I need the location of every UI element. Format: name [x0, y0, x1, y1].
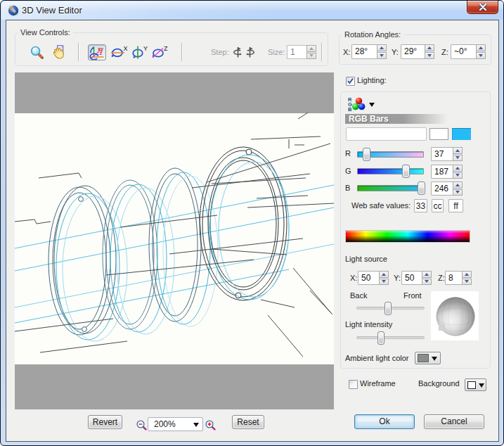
red-label: R [345, 149, 351, 158]
rotation-y-up[interactable] [425, 44, 434, 51]
revert-button[interactable]: Revert [88, 415, 122, 429]
intensity-slider-track[interactable] [356, 336, 425, 339]
light-z-up[interactable] [462, 271, 472, 278]
rotation-x-down[interactable] [377, 52, 387, 59]
red-up[interactable] [453, 147, 463, 154]
lighting-checkbox[interactable] [346, 77, 355, 86]
light-x-spinner[interactable]: 50 [358, 271, 389, 285]
color-name-field[interactable] [346, 127, 427, 141]
light-x-up[interactable] [379, 271, 389, 278]
light-y-label: Y: [394, 274, 401, 282]
previous-color-swatch[interactable] [429, 128, 448, 140]
window-title: 3D View Editor [22, 5, 82, 15]
red-slider-thumb[interactable] [363, 148, 370, 161]
rotate-y-button[interactable]: Y [131, 44, 149, 60]
rotation-y-down[interactable] [425, 52, 434, 59]
step-back-button[interactable] [230, 45, 244, 59]
green-slider-thumb[interactable] [402, 165, 410, 178]
light-z-spinner[interactable]: 8 [445, 271, 472, 285]
blue-down[interactable] [453, 189, 463, 196]
wireframe-checkbox[interactable] [349, 380, 358, 389]
rotate-y-icon: Y [131, 45, 149, 60]
step-forward-button[interactable] [243, 45, 257, 59]
light-z-label: Z: [438, 274, 445, 282]
rotation-z-spinner[interactable]: ~0° [451, 44, 486, 59]
intensity-slider-thumb[interactable] [377, 331, 385, 345]
ok-button[interactable]: Ok [354, 414, 415, 429]
svg-text:Y: Y [143, 45, 148, 52]
rotate-xyz-button[interactable]: xy z [88, 44, 106, 60]
background-color-dropdown[interactable] [465, 378, 486, 391]
size-spinner-down[interactable] [306, 53, 316, 60]
websafe-red-box[interactable]: 33 [414, 199, 427, 212]
green-spinner[interactable]: 187 [431, 165, 463, 179]
green-slider-track[interactable] [357, 168, 424, 174]
close-button[interactable] [467, 1, 498, 14]
light-x-down[interactable] [379, 279, 389, 286]
rotation-z-value[interactable]: ~0° [451, 44, 477, 59]
light-z-down[interactable] [462, 279, 472, 286]
step-rotate-left-icon [231, 46, 244, 59]
size-spinner-value[interactable]: 1 [287, 45, 307, 59]
light-y-up[interactable] [422, 271, 432, 278]
pan-tool-button[interactable] [50, 44, 67, 60]
rgb-mode-dropdown-arrow[interactable] [369, 103, 375, 107]
zoom-level-combobox[interactable]: 200% [148, 417, 203, 431]
color-spectrum-bar[interactable] [345, 230, 470, 243]
rotate-x-button[interactable]: X [110, 44, 129, 60]
green-value[interactable]: 187 [431, 165, 453, 179]
magnifier-icon [30, 46, 44, 59]
back-label: Back [350, 291, 367, 300]
rgb-balls-icon: R G B [347, 96, 368, 112]
step-label: Step: [211, 48, 229, 56]
zoom-in-button[interactable] [205, 420, 216, 431]
green-down[interactable] [453, 172, 463, 179]
blue-spinner[interactable]: 246 [431, 181, 463, 196]
size-spinner[interactable]: 1 [287, 45, 316, 59]
cancel-button[interactable]: Cancel [424, 414, 484, 429]
zoom-tool-button[interactable] [30, 45, 44, 59]
ambient-color-swatch [418, 354, 429, 362]
rotation-x-value[interactable]: 28° [351, 44, 377, 59]
svg-text:B: B [348, 106, 352, 113]
size-spinner-up[interactable] [306, 45, 316, 52]
rotate-z-button[interactable]: Z [151, 44, 169, 60]
blue-value[interactable]: 246 [431, 181, 453, 196]
rotation-y-value[interactable]: 29° [401, 44, 425, 59]
rotation-x-spinner[interactable]: 28° [351, 44, 387, 59]
green-up[interactable] [453, 165, 463, 172]
3d-viewport[interactable] [15, 72, 334, 409]
websafe-green-box[interactable]: cc [432, 199, 444, 212]
light-x-value[interactable]: 50 [358, 271, 380, 285]
light-y-value[interactable]: 50 [401, 271, 422, 285]
websafe-blue-box[interactable]: ff [448, 199, 463, 212]
pan-hand-icon [51, 44, 67, 60]
rotation-y-spinner[interactable]: 29° [401, 44, 434, 59]
blue-up[interactable] [453, 181, 463, 189]
rotation-y-label: Y: [392, 48, 399, 56]
light-y-spinner[interactable]: 50 [401, 271, 432, 285]
background-label: Background [418, 379, 460, 388]
zoom-combobox-arrow [193, 423, 199, 427]
current-color-swatch[interactable] [452, 128, 471, 140]
red-spinner[interactable]: 37 [431, 147, 463, 161]
light-z-value[interactable]: 8 [445, 271, 463, 285]
rgb-mode-button[interactable]: R G B [347, 96, 368, 112]
blue-slider-track[interactable] [357, 185, 424, 191]
rotation-x-up[interactable] [377, 44, 387, 51]
light-preview[interactable] [431, 291, 479, 340]
rotation-z-down[interactable] [476, 52, 486, 59]
reset-button[interactable]: Reset [232, 415, 264, 429]
depth-slider-thumb[interactable] [385, 302, 392, 315]
rotation-z-up[interactable] [476, 44, 486, 51]
ambient-color-dropdown[interactable] [415, 352, 441, 364]
step-rotate-right-icon [244, 46, 257, 59]
light-y-down[interactable] [422, 279, 432, 286]
rgb-bars-title: RGB Bars [349, 114, 389, 124]
rotation-angles-label: Rotation Angles: [342, 30, 403, 39]
red-value[interactable]: 37 [431, 147, 453, 161]
zoom-out-button[interactable] [136, 420, 147, 431]
blue-slider-thumb[interactable] [418, 181, 425, 195]
red-down[interactable] [453, 155, 463, 162]
light-x-label: X: [350, 274, 357, 282]
